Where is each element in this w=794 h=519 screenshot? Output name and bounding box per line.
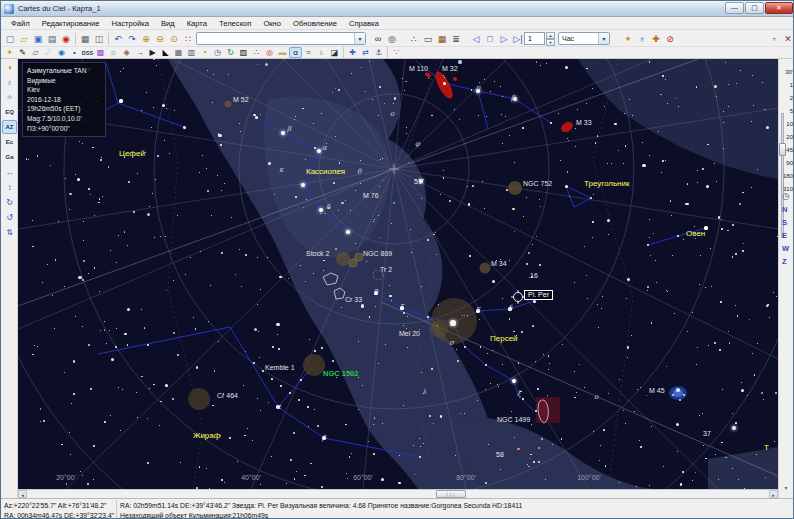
undo-icon[interactable]: ↶ — [111, 32, 125, 46]
fov-preset-20[interactable]: 20 — [779, 134, 794, 140]
direction-n-button[interactable]: N — [782, 205, 794, 214]
list-icon[interactable]: ≣ — [449, 32, 463, 46]
time-unit-combobox[interactable]: Час ▾ — [558, 32, 610, 45]
map-label[interactable]: NGC 752 — [523, 180, 552, 187]
time-stop-icon[interactable]: □ — [483, 32, 497, 46]
direction-s-button[interactable]: S — [782, 218, 794, 227]
select-arrow-icon[interactable]: ▶ — [146, 47, 159, 58]
menu-файл[interactable]: Файл — [5, 19, 36, 28]
map-label[interactable]: Mel 20 — [399, 330, 420, 337]
pan-horizontal-icon[interactable]: ↔ — [2, 165, 17, 179]
multi-window-icon[interactable]: ◫ — [92, 32, 106, 46]
direction-w-button[interactable]: W — [782, 244, 794, 253]
map-label[interactable]: M 34 — [491, 260, 507, 267]
time-step-input[interactable] — [524, 32, 545, 45]
coord-ecliptic-button[interactable]: Ec — [2, 135, 17, 149]
calendar-icon[interactable]: ▦ — [435, 32, 449, 46]
selected-object-label[interactable]: Pi. Per — [524, 290, 553, 300]
dock-toolbar-icon[interactable]: ▫ — [767, 32, 781, 46]
new-chart-icon[interactable]: ▢ — [3, 32, 17, 46]
molecule-nodes-icon[interactable]: ∵ — [390, 47, 403, 58]
map-label[interactable]: 51 — [414, 178, 422, 185]
map-label[interactable]: NGC 1499 — [497, 416, 530, 423]
clock-icon[interactable]: ◷ — [779, 191, 794, 201]
rotate-cw-icon[interactable]: ↻ — [2, 195, 17, 209]
fov-preset-10[interactable]: 10 — [779, 121, 794, 127]
close-button[interactable]: ✕ — [765, 2, 793, 14]
menu-настройка[interactable]: Настройка — [106, 19, 155, 28]
menu-телескоп[interactable]: Телескоп — [213, 19, 257, 28]
clock-icon[interactable]: ◷ — [211, 47, 224, 58]
map-label[interactable]: Cr 33 — [345, 296, 362, 303]
map-label[interactable]: M 52 — [233, 96, 249, 103]
connect-lines-icon[interactable]: ≈ — [302, 47, 315, 58]
flag-mark-icon[interactable]: ◣ — [159, 47, 172, 58]
zoom-area-icon[interactable]: ⊙ — [167, 32, 181, 46]
map-label[interactable]: M 32 — [442, 65, 458, 72]
fov-preset-45[interactable]: 45 — [779, 147, 794, 153]
saturn-planets-icon[interactable]: ♄ — [315, 47, 328, 58]
menu-карта[interactable]: Карта — [181, 19, 213, 28]
scroll-down-icon[interactable]: ▾ — [779, 484, 794, 491]
move-chart-icon[interactable]: → — [133, 47, 146, 58]
map-label[interactable]: Треугольник — [584, 179, 629, 188]
compass-icon[interactable]: ◔ — [198, 47, 211, 58]
zoom-in-icon[interactable]: ⊕ — [139, 32, 153, 46]
chevron-down-icon[interactable]: ▾ — [598, 33, 609, 44]
fov-preset-1[interactable]: 1 — [779, 82, 794, 88]
fov-preset-180[interactable]: 180 — [779, 173, 794, 179]
map-label[interactable]: Кассиопея — [306, 167, 345, 176]
fov-preset-90[interactable]: 90 — [779, 160, 794, 166]
scroll-left-icon[interactable]: ◂ — [18, 490, 27, 498]
fov-preset-5[interactable]: 5 — [779, 108, 794, 114]
solar-system-icon[interactable]: ✦ — [621, 32, 635, 46]
minimize-button[interactable]: — — [725, 2, 744, 14]
map-label[interactable]: 16 — [530, 272, 538, 279]
pencil-draw-icon[interactable]: ✎ — [16, 47, 29, 58]
save-icon[interactable]: ▣ — [31, 32, 45, 46]
label-icon[interactable]: ◈ — [120, 47, 133, 58]
dss-image-icon[interactable]: DSS — [81, 47, 94, 58]
menu-вид[interactable]: Вид — [155, 19, 181, 28]
blue-sphere-icon[interactable]: ◉ — [55, 47, 68, 58]
anchor-lock-icon[interactable]: ⚓ — [372, 47, 385, 58]
map-label[interactable]: Kemble 1 — [265, 364, 295, 371]
scrollbar-thumb[interactable]: ∣∣∣ — [436, 490, 466, 498]
map-label[interactable]: 58 — [496, 451, 504, 458]
dots-icon[interactable]: ∴ — [250, 47, 263, 58]
menu-справка[interactable]: Справка — [343, 19, 385, 28]
map-label[interactable]: Овен — [686, 229, 705, 238]
camera-icon[interactable]: ▩ — [94, 47, 107, 58]
menu-обновление[interactable]: Обновление — [287, 19, 343, 28]
copy-icon[interactable]: ▦ — [78, 32, 92, 46]
map-label[interactable]: 37 — [703, 430, 711, 437]
close-toolbar-icon[interactable]: ✕ — [781, 32, 794, 46]
grid-eq-icon[interactable]: ▥ — [185, 47, 198, 58]
horizontal-scrollbar[interactable]: ◂ ∣∣∣ ▸ — [18, 489, 778, 498]
maximize-button[interactable]: ▢ — [745, 2, 764, 14]
sky-chart[interactable]: ЦефейКассиопеяТреугольникОвенПерсейЖираф… — [18, 59, 778, 489]
night-vision-icon[interactable]: ☼ — [107, 47, 120, 58]
time-step-spinner[interactable]: ▲▼ — [546, 32, 555, 45]
map-label[interactable]: Персей — [490, 334, 518, 343]
time-step-forward-icon[interactable]: ▷ — [497, 32, 511, 46]
pan-move-icon[interactable]: ✚ — [346, 47, 359, 58]
coord-galactic-button[interactable]: Ga — [2, 150, 17, 164]
comet-icon[interactable]: ☄ — [42, 47, 55, 58]
scroll-right-icon[interactable]: ▸ — [769, 490, 778, 498]
print-icon[interactable]: ▤ — [45, 32, 59, 46]
search-combobox[interactable]: ▾ — [196, 32, 366, 45]
open-icon[interactable]: ▱ — [17, 32, 31, 46]
time-step-back-icon[interactable]: ◁ — [469, 32, 483, 46]
coord-equatorial-button[interactable]: EQ — [2, 105, 17, 119]
zoom-out-icon[interactable]: ⊖ — [153, 32, 167, 46]
image-list-icon[interactable]: ▭ — [421, 32, 435, 46]
coord-altaz-button[interactable]: AZ — [2, 120, 17, 134]
stop-slew-icon[interactable]: ⊘ — [663, 32, 677, 46]
greek-labels-icon[interactable]: α — [289, 47, 302, 58]
map-label[interactable]: Tr 2 — [380, 266, 392, 273]
direction-e-button[interactable]: E — [782, 231, 794, 240]
map-label[interactable]: M 33 — [576, 119, 592, 126]
map-label[interactable]: M 110 — [409, 65, 428, 72]
flip-vertical-icon[interactable]: ⇅ — [2, 225, 17, 239]
